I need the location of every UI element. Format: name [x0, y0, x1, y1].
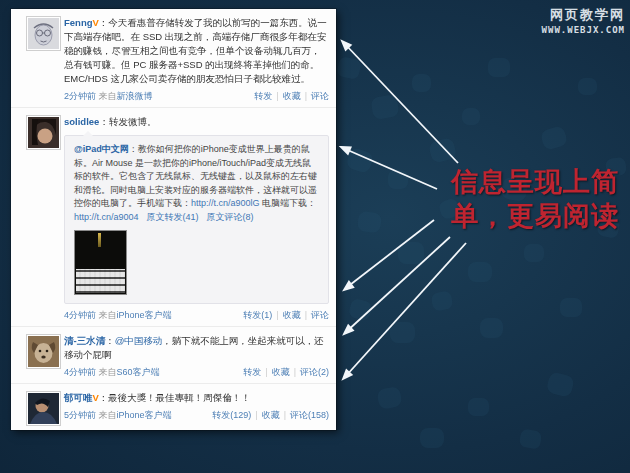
post-body: 清-三水清：@中国移动，躺下就不能上网，坐起来就可以，还移动个屁啊 — [64, 334, 329, 362]
comment-link[interactable]: 评论 — [311, 91, 329, 101]
avatar[interactable] — [26, 391, 61, 426]
timestamp-link[interactable]: 4分钟前 — [64, 367, 96, 377]
original-forward-link[interactable]: 原文转发(41) — [147, 212, 199, 222]
post-footer: 4分钟前 来自S60客户端 转发|收藏|评论(2) — [64, 366, 329, 378]
quoted-post: @iPad中文网：教你如何把你的iPhone变成世界上最贵的鼠标。Air Mou… — [64, 135, 329, 304]
author-link[interactable]: solidlee — [64, 116, 99, 127]
source-prefix: 来自 — [99, 410, 117, 420]
post-body: 郁可唯V：最後大獎！最佳專輯！周傑倫！！ — [64, 391, 329, 405]
download-link-mobile[interactable]: http://t.cn/a900lG — [191, 198, 260, 208]
source-link[interactable]: S60客户端 — [117, 367, 160, 377]
quoted-text: 电脑端下载： — [260, 198, 317, 208]
source-prefix: 来自 — [99, 367, 117, 377]
post-meta: 5分钟前 来自iPhone客户端 — [64, 409, 172, 421]
thumbnail-keyboard — [76, 269, 125, 293]
post-meta: 4分钟前 来自S60客户端 — [64, 366, 160, 378]
forward-link[interactable]: 转发(129) — [212, 410, 251, 420]
post-meta: 4分钟前 来自iPhone客户端 — [64, 309, 172, 321]
feed-post-fenng: FenngV：今天看惠普存储转发了我的以前写的一篇东西。说一下高端存储吧。在 S… — [11, 9, 336, 108]
comment-link[interactable]: 评论 — [311, 310, 329, 320]
source-prefix: 来自 — [99, 91, 117, 101]
colon: ： — [99, 392, 109, 403]
post-actions: 转发(129)|收藏|评论(158) — [212, 409, 329, 421]
girl-photo-avatar-image — [28, 117, 59, 148]
feed-post-solidlee: solidlee：转发微博。 @iPad中文网：教你如何把你的iPhone变成世… — [11, 108, 336, 327]
author-link[interactable]: 郁可唯 — [64, 392, 93, 403]
sketch-portrait-avatar-image — [28, 18, 59, 49]
source-link[interactable]: iPhone客户端 — [117, 410, 172, 420]
watermark-site-name: 网页教学网 — [542, 6, 625, 24]
quoted-author-link[interactable]: @iPad中文网 — [74, 144, 129, 154]
feed-post-yukewei: 郁可唯V：最後大獎！最佳專輯！周傑倫！！ 5分钟前 来自iPhone客户端 转发… — [11, 384, 336, 430]
arrow-to-post-5 — [345, 243, 466, 377]
post-text: 转发微博。 — [109, 116, 157, 127]
arrowhead — [340, 144, 351, 154]
action-separator: | — [284, 410, 286, 420]
favorite-link[interactable]: 收藏 — [283, 310, 301, 320]
action-separator: | — [294, 367, 296, 377]
forward-link[interactable]: 转发 — [254, 91, 272, 101]
favorite-link[interactable]: 收藏 — [262, 410, 280, 420]
timestamp-link[interactable]: 2分钟前 — [64, 91, 96, 101]
annotation-text: 信息呈现上简 单，更易阅读 — [451, 165, 619, 233]
action-separator: | — [276, 91, 278, 101]
presentation-slide: 网页教学网 WWW.WEBJX.COM FenngV：今天看惠普存储转发了我的以… — [0, 0, 630, 473]
feed-post-qingsanshuiqing: 清-三水清：@中国移动，躺下就不能上网，坐起来就可以，还移动个屁啊 4分钟前 来… — [11, 327, 336, 384]
action-separator: | — [305, 310, 307, 320]
avatar[interactable] — [26, 115, 61, 150]
action-separator: | — [255, 410, 257, 420]
colon: ： — [99, 17, 109, 28]
download-link-pc[interactable]: http://t.cn/a9004 — [74, 212, 139, 222]
post-actions: 转发|收藏|评论(2) — [243, 366, 329, 378]
source-link[interactable]: iPhone客户端 — [117, 310, 172, 320]
avatar[interactable] — [26, 16, 61, 51]
watermark: 网页教学网 WWW.WEBJX.COM — [542, 6, 625, 35]
post-body: FenngV：今天看惠普存储转发了我的以前写的一篇东西。说一下高端存储吧。在 S… — [64, 16, 329, 86]
portrait-photo-avatar-image — [28, 393, 59, 424]
original-comment-link[interactable]: 原文评论(8) — [207, 212, 254, 222]
annotation-line-1: 信息呈现上简 — [451, 165, 619, 199]
favorite-link[interactable]: 收藏 — [283, 91, 301, 101]
post-body: solidlee：转发微博。 — [64, 115, 329, 129]
timestamp-link[interactable]: 4分钟前 — [64, 310, 96, 320]
post-meta: 2分钟前 来自新浪微博 — [64, 90, 153, 102]
post-actions: 转发|收藏|评论 — [254, 90, 329, 102]
arrowhead — [342, 282, 353, 293]
post-footer: 2分钟前 来自新浪微博 转发|收藏|评论 — [64, 90, 329, 102]
author-link[interactable]: Fenng — [64, 17, 93, 28]
arrowhead — [342, 325, 353, 336]
avatar[interactable] — [26, 334, 61, 369]
comment-link[interactable]: 评论(158) — [290, 410, 329, 420]
attached-photo-thumbnail[interactable] — [74, 230, 127, 295]
comment-link[interactable]: 评论(2) — [300, 367, 329, 377]
arrow-to-post-2 — [343, 148, 437, 189]
post-text: 最後大獎！最佳專輯！周傑倫！！ — [108, 392, 251, 403]
forward-link[interactable]: 转发(1) — [243, 310, 272, 320]
thumbnail-screen-glow — [98, 233, 101, 247]
watermark-site-url: WWW.WEBJX.COM — [542, 25, 625, 35]
arrowhead — [339, 39, 350, 50]
source-prefix: 来自 — [99, 310, 117, 320]
colon: ： — [99, 116, 109, 127]
post-actions: 转发(1)|收藏|评论 — [243, 309, 329, 321]
action-separator: | — [265, 367, 267, 377]
timestamp-link[interactable]: 5分钟前 — [64, 410, 96, 420]
favorite-link[interactable]: 收藏 — [272, 367, 290, 377]
action-separator: | — [276, 310, 278, 320]
action-separator: | — [305, 91, 307, 101]
arrow-to-post-4 — [346, 237, 450, 332]
author-link[interactable]: 清-三水清 — [64, 335, 105, 346]
dog-photo-avatar-image — [28, 336, 59, 367]
arrowhead — [340, 370, 351, 381]
post-footer: 4分钟前 来自iPhone客户端 转发(1)|收藏|评论 — [64, 309, 329, 321]
colon: ： — [105, 335, 115, 346]
source-link[interactable]: 新浪微博 — [117, 91, 153, 101]
forward-link[interactable]: 转发 — [243, 367, 261, 377]
arrow-to-post-1 — [344, 43, 458, 163]
post-footer: 5分钟前 来自iPhone客户端 转发(129)|收藏|评论(158) — [64, 409, 329, 421]
weibo-feed-panel: FenngV：今天看惠普存储转发了我的以前写的一篇东西。说一下高端存储吧。在 S… — [11, 9, 336, 430]
mention-link[interactable]: @中国移动 — [115, 335, 163, 346]
arrow-to-post-3 — [346, 220, 434, 288]
annotation-line-2: 单，更易阅读 — [451, 199, 619, 233]
